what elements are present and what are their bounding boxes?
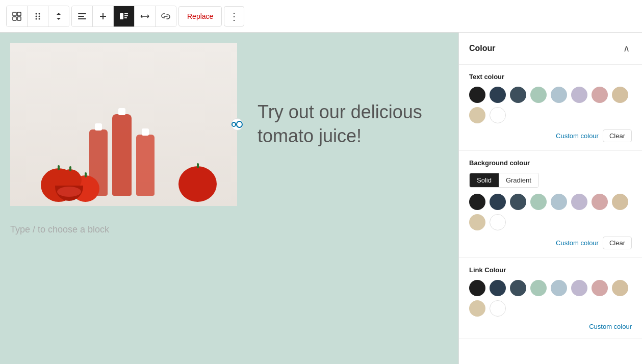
link-swatch-light-blue-grey[interactable] — [551, 280, 567, 296]
link-colour-swatches — [469, 280, 632, 317]
bg-swatch-dark-blue[interactable] — [490, 194, 506, 210]
tomato-right — [178, 166, 217, 202]
svg-rect-18 — [124, 17, 127, 18]
blocks-button[interactable] — [7, 6, 27, 27]
move-up-down-button[interactable] — [48, 6, 69, 27]
swatch-light-blue-grey[interactable] — [551, 87, 567, 103]
up-down-icon — [55, 12, 62, 21]
link-colour-section: Link Colour Custom colour — [459, 258, 642, 339]
drag-button[interactable] — [28, 6, 48, 27]
svg-point-9 — [39, 18, 40, 19]
add-icon — [99, 12, 107, 20]
swatch-light-green[interactable] — [530, 87, 547, 103]
bg-swatch-cream[interactable] — [469, 214, 485, 230]
editor: Try out our delicious tomato juice! Type… — [0, 33, 458, 364]
link-colour-label: Link Colour — [469, 266, 632, 274]
link-button[interactable] — [156, 6, 176, 27]
link-swatch-dark-blue[interactable] — [490, 280, 506, 296]
sidebar: Colour ∧ Text colour Custom colour — [458, 33, 642, 364]
bg-custom-colour-button[interactable]: Custom colour — [556, 239, 599, 247]
svg-point-6 — [36, 15, 37, 17]
swatch-sand[interactable] — [612, 87, 628, 103]
svg-point-8 — [36, 18, 37, 19]
link-swatch-light-purple[interactable] — [571, 280, 587, 296]
swatch-light-purple[interactable] — [571, 87, 587, 103]
text-colour-swatches — [469, 87, 632, 123]
svg-rect-3 — [17, 17, 21, 20]
svg-rect-1 — [13, 17, 16, 20]
link-swatch-light-green[interactable] — [530, 280, 547, 296]
replace-button[interactable]: Replace — [178, 6, 222, 27]
bg-swatch-rose[interactable] — [592, 194, 608, 210]
text-colour-actions: Custom colour Clear — [469, 129, 632, 142]
media-text-button[interactable] — [114, 6, 134, 27]
svg-rect-12 — [78, 18, 86, 19]
svg-rect-17 — [124, 15, 128, 16]
toolbar-align-controls — [71, 6, 176, 27]
svg-point-4 — [36, 13, 37, 14]
swatch-rose[interactable] — [592, 87, 608, 103]
svg-rect-11 — [78, 16, 84, 17]
background-colour-actions: Custom colour Clear — [469, 237, 632, 249]
resize-dot — [232, 122, 236, 127]
drag-icon — [34, 12, 41, 21]
text-colour-section: Text colour Custom colour Clear — [459, 65, 642, 151]
align-button[interactable] — [72, 6, 92, 27]
bg-swatch-light-green[interactable] — [530, 194, 547, 210]
text-clear-button[interactable]: Clear — [603, 129, 632, 142]
media-text-icon — [119, 13, 129, 20]
background-colour-section: Background colour Solid Gradient Custom … — [459, 151, 642, 258]
block-image[interactable] — [10, 43, 237, 206]
add-block-button[interactable] — [93, 6, 113, 27]
sidebar-header: Colour ∧ — [459, 33, 642, 65]
bg-swatch-sand[interactable] — [612, 194, 628, 210]
wide-icon — [140, 13, 149, 20]
solid-tab[interactable]: Solid — [470, 173, 499, 187]
link-swatch-rose[interactable] — [592, 280, 608, 296]
block-text-content: Try out our delicious tomato juice! — [258, 100, 422, 148]
bg-swatch-black[interactable] — [469, 194, 485, 210]
swatch-dark-slate[interactable] — [510, 87, 526, 103]
sidebar-title: Colour — [469, 44, 496, 53]
link-swatch-sand[interactable] — [612, 280, 628, 296]
swatch-white[interactable] — [490, 107, 506, 123]
svg-rect-15 — [120, 13, 123, 19]
blocks-icon — [12, 12, 21, 21]
align-icon — [78, 13, 87, 20]
link-swatch-dark-slate[interactable] — [510, 280, 526, 296]
bg-swatch-white[interactable] — [490, 214, 506, 230]
svg-rect-2 — [17, 12, 21, 16]
empty-block[interactable]: Type / to choose a block — [10, 216, 448, 243]
gradient-tab[interactable]: Gradient — [499, 173, 538, 187]
svg-rect-0 — [13, 12, 16, 16]
svg-point-5 — [39, 13, 40, 14]
link-swatch-cream[interactable] — [469, 300, 485, 317]
svg-rect-10 — [78, 13, 86, 14]
swatch-cream[interactable] — [469, 107, 485, 123]
chevron-up-icon: ∧ — [623, 43, 630, 54]
empty-block-placeholder: Type / to choose a block — [10, 224, 448, 235]
more-options-button[interactable]: ⋮ — [224, 6, 244, 27]
link-icon — [161, 13, 170, 20]
bg-swatch-dark-slate[interactable] — [510, 194, 526, 210]
block-text-area[interactable]: Try out our delicious tomato juice! — [237, 90, 448, 159]
background-colour-label: Background colour — [469, 159, 632, 167]
swatch-dark-blue[interactable] — [490, 87, 506, 103]
link-swatch-black[interactable] — [469, 280, 485, 296]
toolbar: Replace ⋮ — [0, 0, 642, 33]
link-custom-colour-button[interactable]: Custom colour — [589, 323, 632, 330]
collapse-button[interactable]: ∧ — [621, 41, 632, 56]
wide-button[interactable] — [135, 6, 155, 27]
link-swatch-white[interactable] — [490, 300, 506, 317]
bottle-mid-right — [136, 135, 155, 196]
svg-point-7 — [39, 15, 40, 17]
text-custom-colour-button[interactable]: Custom colour — [556, 132, 599, 140]
swatch-black[interactable] — [469, 87, 485, 103]
bg-swatch-light-purple[interactable] — [571, 194, 587, 210]
bg-clear-button[interactable]: Clear — [603, 237, 632, 249]
bg-swatch-light-blue-grey[interactable] — [551, 194, 567, 210]
background-tabs: Solid Gradient — [469, 173, 539, 188]
more-icon: ⋮ — [229, 10, 240, 22]
resize-handle[interactable] — [231, 118, 243, 131]
text-colour-label: Text colour — [469, 73, 632, 81]
